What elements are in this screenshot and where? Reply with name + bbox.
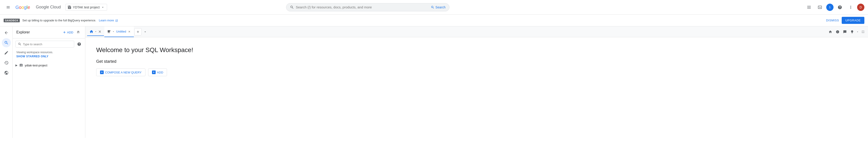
add-plus-icon: + (152, 70, 156, 74)
chat-icon (843, 30, 847, 34)
tab-bar-home-icon-button[interactable] (827, 29, 834, 35)
project-icon (19, 64, 23, 67)
compose-query-button[interactable]: + COMPOSE A NEW QUERY (96, 68, 146, 76)
explorer-search-input[interactable] (23, 43, 72, 46)
explorer-add-button[interactable]: ADD (63, 30, 73, 34)
global-search-bar[interactable]: Search (286, 3, 450, 11)
tree-chevron-icon: ▶ (16, 64, 18, 67)
tab-home[interactable] (87, 28, 104, 36)
help-button[interactable] (835, 3, 844, 12)
query-tab-icon (107, 30, 111, 33)
add-tab-icon (136, 30, 140, 34)
search-btn-icon (431, 5, 434, 9)
sidebar-compose-button[interactable] (2, 48, 11, 57)
home-tab-close-icon[interactable] (98, 30, 102, 33)
compose-label: COMPOSE A NEW QUERY (105, 71, 142, 74)
untitled-tab-label: Untitled (116, 30, 126, 33)
bulb-chevron-icon[interactable] (856, 30, 859, 33)
tabs-bar-right (827, 29, 866, 35)
workspace-add-button[interactable]: + ADD (148, 68, 167, 76)
home-tab-icon (89, 29, 93, 34)
tab-bar-expand-button[interactable] (860, 29, 866, 35)
sidebar-pin-button[interactable] (2, 28, 11, 37)
workspace-actions: + COMPOSE A NEW QUERY + ADD (96, 68, 857, 76)
project-name-label: YDTAK test project (73, 5, 100, 9)
explorer-search-row (13, 39, 85, 50)
tab-untitled[interactable]: Untitled (104, 26, 134, 37)
tab-bar-chat-button[interactable] (842, 29, 848, 35)
notification-count: 1 (829, 5, 831, 9)
add-tab-button[interactable] (134, 28, 142, 36)
viewing-workspace-text: Viewing workspace resources. (13, 50, 85, 55)
search-input[interactable] (296, 5, 429, 9)
svg-text:Google: Google (16, 5, 30, 10)
avatar-letter: D (860, 5, 862, 9)
more-options-button[interactable] (846, 3, 855, 12)
apps-button[interactable] (804, 3, 813, 12)
sidebar-history-button[interactable] (2, 58, 11, 67)
tabs-bar: Untitled (85, 26, 868, 37)
explorer-tree: ▶ ydtak-test-project (13, 60, 85, 71)
workspace-content: Welcome to your SQL Workspace! Get start… (85, 37, 868, 138)
google-cloud-logo: Google Google Cloud (16, 4, 61, 10)
hamburger-menu-button[interactable] (4, 3, 13, 12)
tree-more-button[interactable] (77, 63, 82, 68)
show-starred-link[interactable]: SHOW STARRED ONLY (13, 55, 85, 60)
explorer-search-container[interactable] (16, 41, 74, 48)
explorer-title: Explorer (16, 30, 30, 34)
explorer-help-button[interactable] (76, 41, 82, 47)
tree-project-label: ydtak-test-project (25, 64, 69, 67)
tab-bar-info-button[interactable] (834, 29, 841, 35)
explorer-header: Explorer ADD (13, 26, 85, 39)
project-selector-button[interactable]: YDTAK test project (65, 4, 107, 11)
tab-more-icon (144, 30, 147, 34)
notification-badge[interactable]: 1 (826, 4, 834, 11)
info-icon (836, 30, 839, 34)
icon-sidebar (0, 26, 13, 138)
star-icon (72, 64, 75, 67)
search-icon (290, 5, 294, 9)
top-nav: Google Google Cloud YDTAK test project S… (0, 0, 868, 15)
help-icon (77, 42, 81, 46)
expand-icon (861, 30, 865, 34)
sidebar-connections-button[interactable] (2, 68, 11, 77)
add-label: ADD (157, 71, 163, 74)
search-button-label: Search (435, 5, 445, 9)
explorer-collapse-button[interactable] (75, 29, 82, 36)
learn-more-link[interactable]: Learn more (99, 19, 118, 22)
compose-plus-icon: + (100, 70, 104, 74)
user-avatar[interactable]: D (857, 4, 864, 11)
dismiss-button[interactable]: DISMISS (826, 19, 839, 22)
sandbox-message: Set up billing to upgrade to the full Bi… (23, 19, 96, 22)
tree-star-button[interactable] (70, 63, 76, 68)
tab-bar-bulb-button[interactable] (849, 29, 855, 35)
terminal-button[interactable] (815, 3, 825, 12)
explorer-panel: Explorer ADD (13, 26, 85, 138)
upgrade-button[interactable]: UPGRADE (842, 17, 864, 24)
collapse-icon (76, 30, 80, 34)
close-tab-icon (128, 30, 131, 33)
add-icon (63, 30, 66, 34)
main-layout: Explorer ADD (0, 26, 868, 138)
tree-item-project[interactable]: ▶ ydtak-test-project (13, 61, 85, 70)
more-vert-icon (78, 64, 81, 67)
workspace-title: Welcome to your SQL Workspace! (96, 46, 857, 54)
explorer-header-actions: ADD (63, 29, 82, 36)
nav-right-actions: 1 D (804, 3, 864, 12)
untitled-tab-arrow-icon (112, 30, 115, 33)
search-button[interactable]: Search (431, 5, 445, 9)
bulb-icon (850, 30, 854, 34)
content-area: Untitled (85, 26, 868, 138)
add-button-label: ADD (67, 31, 73, 34)
product-name-label: Google Cloud (36, 5, 61, 9)
tab-more-button[interactable] (142, 29, 148, 35)
explorer-search-icon (18, 42, 22, 46)
sandbox-actions: DISMISS UPGRADE (826, 17, 864, 24)
untitled-tab-close[interactable] (127, 30, 131, 33)
sidebar-search-button[interactable] (2, 38, 11, 47)
sandbox-badge: SANDBOX (4, 19, 20, 22)
workspace-subtitle: Get started (96, 59, 857, 64)
sandbox-banner: SANDBOX Set up billing to upgrade to the… (0, 15, 868, 26)
tab-bar-home-icon (829, 30, 832, 34)
home-tab-arrow-icon (94, 30, 97, 33)
